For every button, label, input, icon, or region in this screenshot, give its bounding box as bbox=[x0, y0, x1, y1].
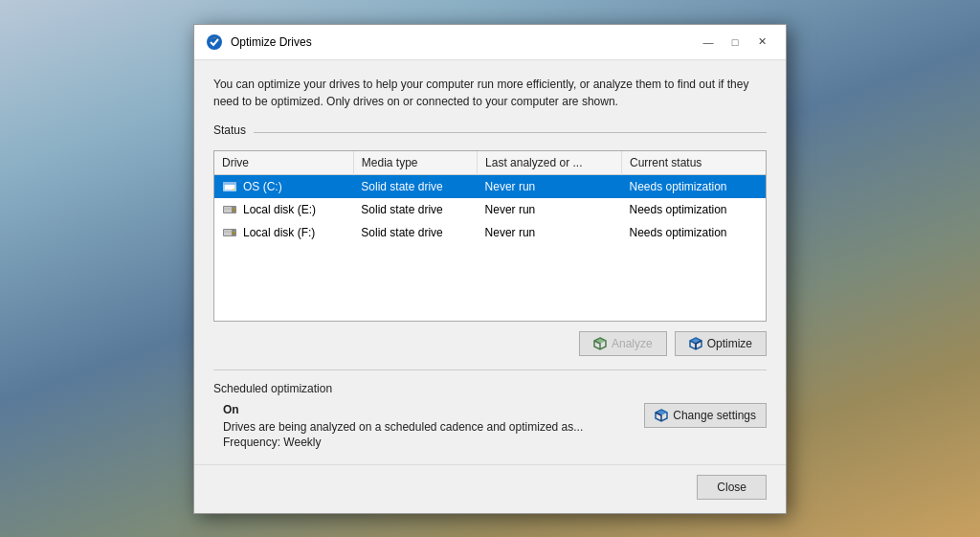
drive-cell: Local disk (E:) bbox=[214, 198, 353, 221]
table-header-row: Drive Media type Last analyzed or ... Cu… bbox=[214, 151, 766, 175]
scheduled-info: On Drives are being analyzed on a schedu… bbox=[223, 403, 644, 449]
current-status-cell: Needs optimization bbox=[621, 198, 766, 221]
drive-icon bbox=[222, 225, 237, 240]
drive-name: Local disk (F:) bbox=[243, 226, 315, 239]
drive-name: OS (C:) bbox=[243, 180, 282, 193]
title-bar: Optimize Drives — □ ✕ bbox=[194, 25, 786, 60]
media-type-cell: Solid state drive bbox=[353, 174, 477, 198]
status-section-header: Status bbox=[213, 123, 767, 143]
drive-cell: OS (C:) bbox=[214, 174, 353, 198]
table-row[interactable]: OS (C:)Solid state driveNever runNeeds o… bbox=[214, 174, 766, 198]
svg-rect-6 bbox=[224, 207, 232, 213]
media-type-cell: Solid state drive bbox=[353, 221, 477, 244]
frequency-label: Frequency: Weekly bbox=[223, 436, 644, 449]
dialog-footer: Close bbox=[194, 464, 786, 513]
current-status-cell: Needs optimization bbox=[621, 174, 766, 198]
analyze-icon bbox=[593, 337, 607, 350]
close-button[interactable]: Close bbox=[697, 475, 767, 500]
analyze-button[interactable]: Analyze bbox=[579, 331, 667, 356]
drives-table-container: Drive Media type Last analyzed or ... Cu… bbox=[213, 150, 767, 322]
scheduled-section: Scheduled optimization On Drives are bei… bbox=[213, 369, 767, 449]
scheduled-desc: Drives are being analyzed on a scheduled… bbox=[223, 420, 644, 434]
scheduled-content: On Drives are being analyzed on a schedu… bbox=[213, 403, 767, 449]
table-row[interactable]: Local disk (F:)Solid state driveNever ru… bbox=[214, 221, 766, 244]
drives-table: Drive Media type Last analyzed or ... Cu… bbox=[214, 151, 766, 244]
svg-rect-10 bbox=[224, 230, 232, 235]
close-window-button[interactable]: ✕ bbox=[749, 33, 774, 52]
drive-icon bbox=[222, 202, 237, 217]
col-last-analyzed: Last analyzed or ... bbox=[478, 151, 622, 175]
last-analyzed-cell: Never run bbox=[478, 221, 622, 244]
table-header: Drive Media type Last analyzed or ... Cu… bbox=[214, 151, 766, 175]
change-settings-button[interactable]: Change settings bbox=[644, 403, 767, 428]
scheduled-row: On Drives are being analyzed on a schedu… bbox=[223, 403, 767, 449]
empty-space bbox=[214, 244, 766, 321]
drives-table-body: OS (C:)Solid state driveNever runNeeds o… bbox=[214, 174, 766, 244]
window-controls: — □ ✕ bbox=[696, 33, 774, 52]
table-actions: Analyze Optimize bbox=[213, 331, 767, 356]
dialog-body: You can optimize your drives to help you… bbox=[194, 60, 786, 464]
svg-rect-4 bbox=[223, 182, 236, 185]
drive-icon bbox=[222, 179, 237, 194]
media-type-cell: Solid state drive bbox=[353, 198, 477, 221]
settings-shield-icon bbox=[655, 409, 668, 422]
app-icon bbox=[206, 34, 223, 51]
status-label: Status bbox=[213, 123, 246, 137]
col-media-type: Media type bbox=[353, 151, 477, 175]
col-current-status: Current status bbox=[621, 151, 766, 175]
table-row[interactable]: Local disk (E:)Solid state driveNever ru… bbox=[214, 198, 766, 221]
maximize-button[interactable]: □ bbox=[723, 33, 747, 52]
svg-point-3 bbox=[233, 189, 234, 190]
optimize-icon bbox=[689, 337, 702, 350]
optimize-drives-dialog: Optimize Drives — □ ✕ You can optimize y… bbox=[193, 24, 787, 514]
dialog-title: Optimize Drives bbox=[231, 35, 688, 49]
divider-line bbox=[254, 132, 767, 133]
last-analyzed-cell: Never run bbox=[478, 174, 622, 198]
col-drive: Drive bbox=[214, 151, 353, 175]
on-label: On bbox=[223, 403, 644, 416]
optimize-button[interactable]: Optimize bbox=[675, 331, 767, 356]
drive-name: Local disk (E:) bbox=[243, 203, 316, 216]
last-analyzed-cell: Never run bbox=[478, 198, 622, 221]
svg-point-0 bbox=[207, 34, 222, 50]
current-status-cell: Needs optimization bbox=[621, 221, 766, 244]
minimize-button[interactable]: — bbox=[696, 33, 721, 52]
description-text: You can optimize your drives to help you… bbox=[213, 76, 767, 110]
drive-cell: Local disk (F:) bbox=[214, 221, 353, 244]
scheduled-title: Scheduled optimization bbox=[213, 382, 767, 395]
